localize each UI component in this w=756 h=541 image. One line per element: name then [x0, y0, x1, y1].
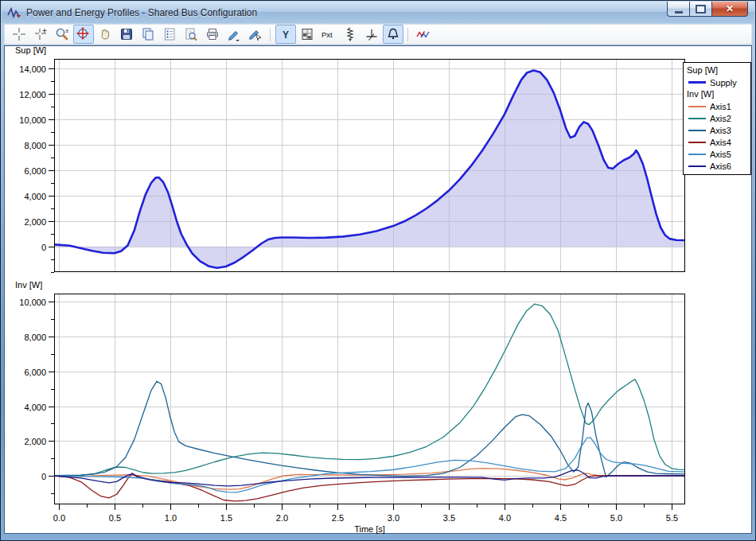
legend-label: Supply — [710, 78, 737, 88]
legend-label: Axis3 — [710, 126, 731, 135]
svg-text:1.0: 1.0 — [165, 513, 177, 523]
maximize-icon — [696, 5, 706, 14]
svg-text:2,000: 2,000 — [24, 437, 46, 446]
svg-text:2.0: 2.0 — [276, 513, 288, 523]
print-preview-button[interactable] — [181, 25, 201, 44]
window-controls: ✕ — [667, 2, 748, 17]
legend: Sup [W]SupplyInv [W]Axis1Axis2Axis3Axis4… — [683, 62, 751, 175]
save-button[interactable] — [116, 25, 137, 44]
legend-swatch — [688, 118, 706, 119]
supply-chart[interactable]: 02,0004,0006,0008,00010,00012,00014,000S… — [4, 45, 750, 278]
legend-label: Axis2 — [710, 114, 731, 123]
svg-text:5.5: 5.5 — [666, 513, 678, 523]
legend-item: Axis5 — [687, 148, 749, 160]
legend-swatch — [688, 81, 706, 84]
titlebar[interactable]: Power and Energy Profiles - Shared Bus C… — [2, 2, 754, 23]
legend-swatch — [688, 165, 706, 167]
svg-text:8,000: 8,000 — [24, 141, 46, 150]
legend-label: Axis4 — [710, 138, 731, 147]
svg-text:0.5: 0.5 — [109, 513, 121, 523]
properties-button[interactable] — [159, 25, 180, 44]
svg-text:5.0: 5.0 — [610, 513, 622, 523]
app-window: Power and Energy Profiles - Shared Bus C… — [0, 0, 756, 541]
legend-label: Axis1 — [710, 102, 731, 111]
legend-swatch — [688, 154, 706, 155]
toolbar-separator — [407, 28, 408, 41]
svg-text:12,000: 12,000 — [19, 90, 46, 99]
toolbar-separator — [270, 28, 271, 41]
zoom-region-button[interactable] — [73, 25, 94, 44]
inverter-chart[interactable]: 02,0004,0006,0008,00010,0000.00.51.01.52… — [4, 278, 750, 535]
svg-text:2.5: 2.5 — [332, 513, 344, 523]
legend-item: Axis4 — [687, 136, 749, 148]
legend-swatch — [688, 106, 706, 107]
svg-text:4,000: 4,000 — [24, 403, 46, 412]
svg-text:2,000: 2,000 — [24, 217, 46, 227]
svg-text:14,000: 14,000 — [19, 64, 46, 74]
legend-label: Axis5 — [710, 150, 731, 159]
signal-pin-button[interactable] — [383, 25, 403, 44]
legend-group-header: Sup [W] — [687, 64, 749, 76]
cursor-crosshair-button[interactable] — [9, 25, 29, 44]
svg-text:6,000: 6,000 — [24, 166, 46, 176]
close-button[interactable]: ✕ — [712, 2, 748, 17]
zoom-button[interactable]: ± — [52, 25, 72, 44]
svg-text:3.5: 3.5 — [443, 513, 455, 523]
svg-text:Time [s]: Time [s] — [354, 524, 385, 534]
svg-text:8,000: 8,000 — [24, 333, 46, 342]
legend-group-header: Inv [W] — [687, 88, 749, 100]
y-axes-button[interactable]: Y — [275, 25, 296, 44]
legend-label: Axis6 — [710, 162, 731, 171]
app-icon — [7, 6, 21, 19]
copy-button[interactable] — [138, 25, 158, 44]
grid-cells-button[interactable] — [297, 25, 318, 44]
svg-text:10,000: 10,000 — [19, 115, 46, 125]
minimize-icon — [675, 11, 683, 14]
legend-swatch — [688, 130, 706, 131]
axis-marker-button[interactable] — [361, 25, 382, 44]
svg-text:Pxt: Pxt — [321, 30, 333, 39]
compare-curves-button[interactable] — [413, 25, 434, 44]
svg-text:4.0: 4.0 — [499, 513, 511, 523]
svg-text:±: ± — [65, 27, 69, 34]
svg-text:0.0: 0.0 — [53, 513, 65, 523]
svg-text:Y: Y — [282, 29, 288, 41]
print-button[interactable] — [202, 25, 223, 44]
window-title: Power and Energy Profiles - Shared Bus C… — [26, 7, 257, 18]
legend-item: Supply — [687, 76, 749, 88]
legend-swatch — [688, 142, 706, 143]
stretch-y-button[interactable] — [340, 25, 360, 44]
legend-item: Axis3 — [687, 124, 749, 136]
svg-text:10,000: 10,000 — [19, 298, 46, 307]
legend-item: Axis1 — [687, 100, 749, 112]
minimize-button[interactable] — [667, 2, 690, 17]
edit-button[interactable] — [224, 25, 244, 44]
svg-text:Inv [W]: Inv [W] — [15, 280, 42, 290]
pan-button[interactable] — [95, 25, 115, 44]
svg-text:1.5: 1.5 — [220, 513, 232, 523]
svg-text:4.5: 4.5 — [555, 513, 567, 523]
svg-text:4,000: 4,000 — [24, 192, 46, 201]
cursor-track-button[interactable] — [30, 25, 51, 44]
svg-text:3.0: 3.0 — [388, 513, 399, 523]
svg-text:0: 0 — [41, 472, 46, 481]
legend-item: Axis2 — [687, 112, 749, 124]
pxt-button[interactable]: Pxt — [318, 25, 339, 44]
close-icon: ✕ — [726, 3, 734, 14]
svg-text:Sup [W]: Sup [W] — [15, 45, 46, 55]
legend-item: Axis6 — [687, 160, 749, 172]
svg-text:6,000: 6,000 — [24, 368, 46, 377]
svg-text:0: 0 — [41, 243, 46, 252]
edit-pick-button[interactable] — [245, 25, 266, 44]
maximize-button[interactable] — [690, 2, 712, 17]
toolbar: ±YPxt — [4, 24, 752, 45]
